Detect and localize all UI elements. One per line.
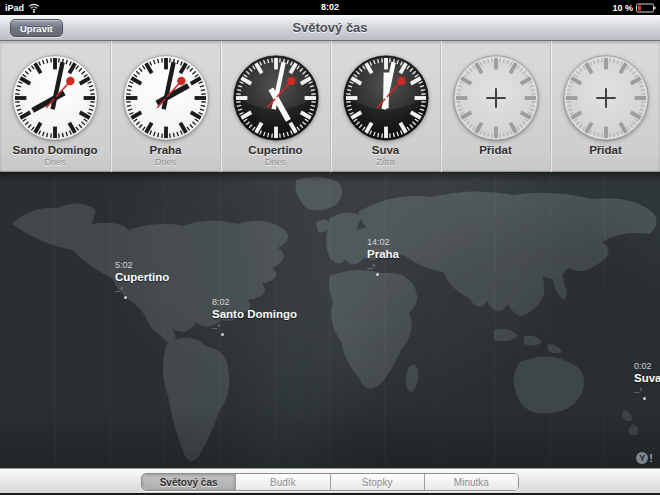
world-clock-row: Santo DomingoDnes PrahaDnes xyxy=(0,41,660,172)
clock-city-label: Santo Domingo xyxy=(13,144,98,156)
tab-světový-čas[interactable]: Světový čas xyxy=(142,474,235,490)
city-dot-icon xyxy=(376,273,379,276)
map-city-name: Suva xyxy=(634,373,660,385)
battery-icon xyxy=(636,3,656,13)
page-title: Světový čas xyxy=(0,15,660,41)
map-top-shadow xyxy=(0,172,660,182)
map-city-time: 0:02 xyxy=(634,362,660,371)
add-clock-button[interactable]: Přidat xyxy=(440,41,550,172)
status-bar: iPad 8:02 10 % xyxy=(0,0,660,15)
clock-day-label: Dnes xyxy=(44,157,65,168)
yahoo-y-icon: Y xyxy=(636,452,648,464)
map-label-suva: 0:02 Suva --° xyxy=(634,362,660,396)
clock-day-label: Zítra xyxy=(376,157,395,168)
map-city-temp: --° xyxy=(115,287,169,295)
map-city-time: 14:02 xyxy=(367,238,399,247)
world-clock-santo-domingo[interactable]: Santo DomingoDnes xyxy=(0,41,110,172)
map-city-temp: --° xyxy=(367,264,399,272)
world-clock-suva[interactable]: SuvaZítra xyxy=(330,41,440,172)
city-dot-icon xyxy=(221,333,224,336)
add-clock-button[interactable]: Přidat xyxy=(550,41,660,172)
battery-percent: 10 % xyxy=(612,3,633,13)
clock-day-label: Dnes xyxy=(155,157,176,168)
clock-city-label: Přidat xyxy=(589,144,622,156)
world-map: 5:02 Cupertino --° 8:02 Santo Domingo --… xyxy=(0,172,660,468)
tab-bar: Světový časBudíkStopkyMinutka xyxy=(0,468,660,495)
city-dot-icon xyxy=(643,397,646,400)
map-label-santo-domingo: 8:02 Santo Domingo --° xyxy=(212,298,297,332)
nav-bar: Upravit Světový čas xyxy=(0,15,660,41)
world-clock-praha[interactable]: PrahaDnes xyxy=(110,41,220,172)
map-city-temp: --° xyxy=(634,388,660,396)
map-label-cupertino: 5:02 Cupertino --° xyxy=(115,261,169,295)
map-city-name: Santo Domingo xyxy=(212,309,297,321)
status-time: 8:02 xyxy=(0,0,660,15)
map-city-time: 8:02 xyxy=(212,298,297,307)
map-city-name: Praha xyxy=(367,249,399,261)
clock-city-label: Přidat xyxy=(479,144,512,156)
clock-city-label: Cupertino xyxy=(248,144,302,156)
world-clock-cupertino[interactable]: CupertinoDnes xyxy=(220,41,330,172)
map-city-temp: --° xyxy=(212,324,297,332)
tab-budík[interactable]: Budík xyxy=(235,474,329,490)
clock-city-label: Praha xyxy=(150,144,182,156)
map-city-name: Cupertino xyxy=(115,272,169,284)
map-city-time: 5:02 xyxy=(115,261,169,270)
yahoo-logo: Y! xyxy=(636,452,653,464)
clock-day-label: Dnes xyxy=(265,157,286,168)
tab-stopky[interactable]: Stopky xyxy=(330,474,424,490)
map-label-praha: 14:02 Praha --° xyxy=(367,238,399,272)
mode-segmented-control: Světový časBudíkStopkyMinutka xyxy=(141,473,519,491)
tab-minutka[interactable]: Minutka xyxy=(424,474,518,490)
ipad-screen: iPad 8:02 10 % Upravit Světový čas xyxy=(0,0,660,495)
city-dot-icon xyxy=(124,296,127,299)
clock-city-label: Suva xyxy=(372,144,400,156)
world-map-graphic xyxy=(0,172,660,468)
